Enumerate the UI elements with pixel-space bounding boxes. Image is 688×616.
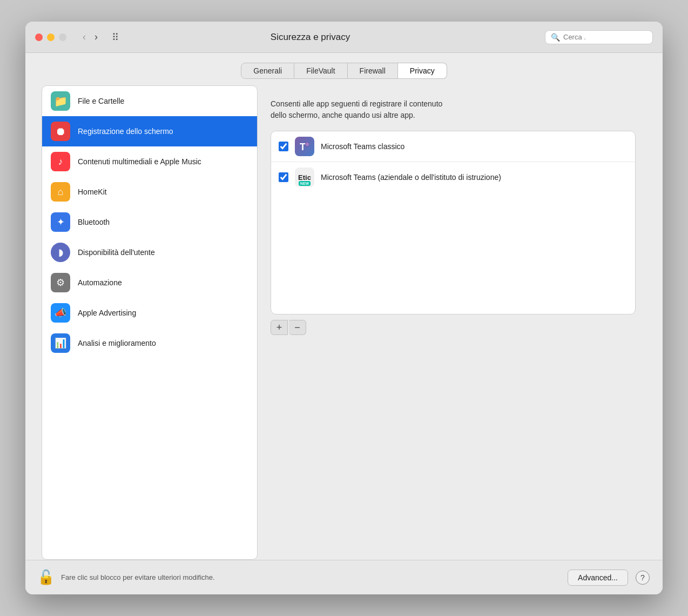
tab-privacy[interactable]: Privacy (398, 63, 447, 79)
remove-app-button[interactable]: − (289, 320, 306, 335)
titlebar: ‹ › ⠿ Sicurezza e privacy 🔍 (25, 22, 663, 53)
music-icon: ♪ (51, 152, 70, 171)
homekit-icon: ⌂ (51, 182, 70, 202)
app-row-teams-classic: T Microsoft Teams classico (271, 131, 635, 162)
sidebar-item-label-disponibilita: Disponibilità dell'utente (78, 248, 155, 257)
bluetooth-icon: ✦ (51, 212, 70, 232)
advanced-button[interactable]: Advanced... (568, 570, 628, 586)
search-box: 🔍 (545, 30, 653, 44)
app-row-teams-enterprise: Etic NEW Microsoft Teams (aziendale o de… (271, 162, 635, 192)
forward-button[interactable]: › (91, 30, 101, 44)
sidebar-item-label-homekit: HomeKit (78, 188, 107, 196)
tab-firewall[interactable]: Firewall (348, 63, 398, 79)
automation-icon: ⚙ (51, 273, 70, 292)
folder-icon: 📁 (51, 91, 70, 111)
sidebar-item-apple-advertising[interactable]: 📣 Apple Advertising (42, 298, 257, 328)
sidebar-item-label-automazione: Automazione (78, 278, 122, 287)
window-title: Sicurezza e privacy (126, 32, 494, 43)
minimize-button[interactable] (47, 34, 55, 41)
apps-list: T Microsoft Teams classico Etic NEW Micr… (271, 131, 636, 314)
analytics-icon: 📊 (51, 333, 70, 353)
sidebar-item-registrazione[interactable]: ⏺ Registrazione dello schermo (42, 116, 257, 146)
system-preferences-window: ‹ › ⠿ Sicurezza e privacy 🔍 Generali Fil… (25, 22, 663, 594)
add-app-button[interactable]: + (271, 320, 288, 335)
nav-buttons: ‹ › (79, 30, 101, 44)
svg-text:T: T (300, 142, 306, 152)
sidebar-item-disponibilita[interactable]: ◗ Disponibilità dell'utente (42, 237, 257, 267)
sidebar-item-label-registrazione: Registrazione dello schermo (78, 127, 173, 136)
app-name-teams-enterprise: Microsoft Teams (aziendale o dell'istitu… (321, 173, 501, 182)
sidebar-item-bluetooth[interactable]: ✦ Bluetooth (42, 207, 257, 237)
help-button[interactable]: ? (636, 571, 650, 585)
app-name-teams-classic: Microsoft Teams classico (321, 142, 404, 151)
search-icon: 🔍 (551, 33, 560, 42)
main-description: Consenti alle app seguenti di registrare… (271, 98, 636, 121)
sidebar-item-label-contenuti: Contenuti multimediali e Apple Music (78, 157, 201, 166)
advertising-icon: 📣 (51, 303, 70, 323)
svg-point-3 (306, 143, 309, 146)
availability-icon: ◗ (51, 243, 70, 262)
add-remove-buttons: + − (271, 320, 636, 335)
footer-text: Fare clic sul blocco per evitare ulterio… (61, 573, 560, 581)
tab-filevault[interactable]: FileVault (294, 63, 347, 79)
sidebar-item-label-file: File e Cartelle (78, 97, 124, 105)
maximize-button[interactable] (59, 34, 66, 41)
checkbox-teams-enterprise[interactable] (279, 172, 288, 182)
sidebar-item-analisi[interactable]: 📊 Analisi e miglioramento (42, 328, 257, 358)
tab-generali[interactable]: Generali (241, 63, 294, 79)
lock-icon: 🔓 (38, 568, 53, 587)
checkbox-teams-classic[interactable] (279, 142, 288, 151)
sidebar-item-label-bluetooth: Bluetooth (78, 218, 110, 226)
main-panel: Consenti alle app seguenti di registrare… (258, 85, 646, 560)
teams-classic-icon: T (295, 137, 314, 156)
close-button[interactable] (35, 34, 43, 41)
sidebar-item-top-partial[interactable]: 📁 File e Cartelle (42, 86, 257, 116)
traffic-lights (35, 34, 66, 41)
search-input[interactable] (563, 33, 647, 41)
grid-icon[interactable]: ⠿ (112, 31, 119, 43)
content-area: 📁 File e Cartelle ⏺ Registrazione dello … (25, 85, 663, 560)
sidebar-item-automazione[interactable]: ⚙ Automazione (42, 267, 257, 298)
new-badge: NEW (299, 181, 311, 186)
tabs-row: Generali FileVault Firewall Privacy (25, 53, 663, 85)
sidebar-item-label-analisi: Analisi e miglioramento (78, 339, 156, 347)
teams-enterprise-icon: Etic NEW (295, 168, 314, 187)
footer: 🔓 Fare clic sul blocco per evitare ulter… (25, 560, 663, 594)
sidebar-item-homekit[interactable]: ⌂ HomeKit (42, 177, 257, 207)
back-button[interactable]: ‹ (79, 30, 89, 44)
sidebar: 📁 File e Cartelle ⏺ Registrazione dello … (42, 85, 258, 560)
sidebar-item-contenuti[interactable]: ♪ Contenuti multimediali e Apple Music (42, 146, 257, 177)
record-icon: ⏺ (51, 122, 70, 141)
sidebar-item-label-advertising: Apple Advertising (78, 309, 136, 317)
